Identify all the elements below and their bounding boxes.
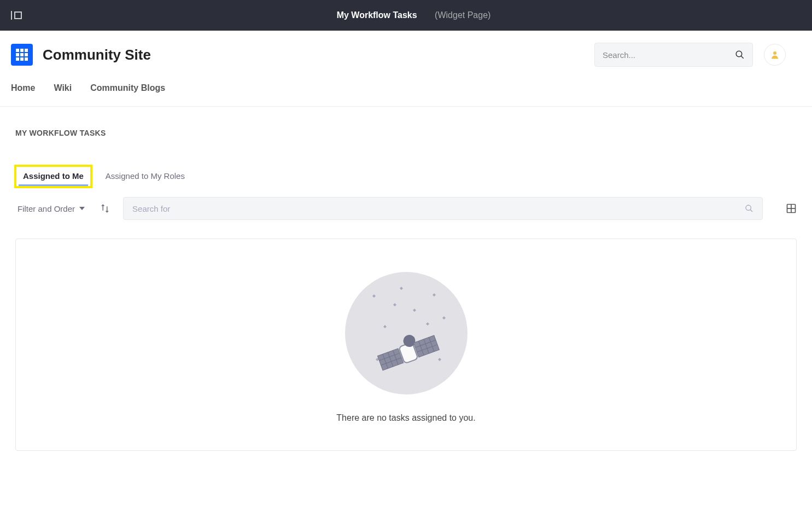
tab-assigned-to-me[interactable]: Assigned to Me	[15, 166, 91, 187]
primary-nav: Home Wiki Community Blogs	[0, 73, 812, 107]
sort-toggle-icon[interactable]	[100, 204, 110, 213]
task-search[interactable]	[123, 197, 763, 220]
nav-link-home[interactable]: Home	[11, 83, 35, 93]
svg-line-4	[750, 210, 752, 212]
tab-label: Assigned to Me	[23, 171, 84, 181]
tab-bar: Assigned to Me Assigned to My Roles	[15, 166, 797, 187]
main-content: MY WORKFLOW TASKS Assigned to Me Assigne…	[0, 107, 812, 473]
toggle-bar-icon	[11, 11, 12, 20]
topbar-title-sub: (Widget Page)	[435, 10, 490, 20]
svg-point-2	[773, 51, 776, 55]
page-caption: MY WORKFLOW TASKS	[15, 129, 797, 137]
empty-state-message: There are no tasks assigned to you.	[27, 413, 785, 423]
user-icon	[770, 50, 780, 60]
filter-order-dropdown[interactable]: Filter and Order	[15, 201, 87, 217]
nav-link-community-blogs[interactable]: Community Blogs	[90, 83, 165, 93]
topbar-title-main: My Workflow Tasks	[322, 0, 433, 42]
svg-point-3	[746, 205, 751, 210]
search-icon	[745, 204, 753, 213]
toggle-square-icon	[14, 11, 22, 19]
panel-toggle-button[interactable]	[11, 11, 22, 20]
management-toolbar: Filter and Order	[15, 197, 797, 220]
user-avatar-button[interactable]	[764, 44, 786, 66]
global-search-input[interactable]	[603, 50, 735, 60]
caret-down-icon	[79, 207, 85, 210]
empty-state-card: There are no tasks assigned to you.	[15, 239, 797, 451]
svg-point-8	[345, 272, 468, 394]
tab-label: Assigned to My Roles	[106, 171, 185, 181]
admin-topbar: My Workflow Tasks (Widget Page)	[0, 0, 812, 31]
global-search[interactable]	[594, 43, 753, 67]
nav-link-wiki[interactable]: Wiki	[54, 83, 72, 93]
search-icon	[735, 50, 745, 60]
grid-view-icon[interactable]	[786, 203, 797, 214]
site-name: Community Site	[43, 47, 151, 63]
satellite-illustration-icon	[345, 272, 468, 394]
svg-line-1	[741, 56, 744, 59]
topbar-title: My Workflow Tasks (Widget Page)	[322, 10, 491, 20]
grid-logo-icon	[16, 49, 28, 61]
filter-order-label: Filter and Order	[17, 204, 75, 213]
site-logo[interactable]	[11, 44, 33, 66]
tab-assigned-to-my-roles[interactable]: Assigned to My Roles	[98, 166, 192, 187]
svg-point-0	[736, 51, 742, 57]
task-search-input[interactable]	[132, 204, 745, 213]
